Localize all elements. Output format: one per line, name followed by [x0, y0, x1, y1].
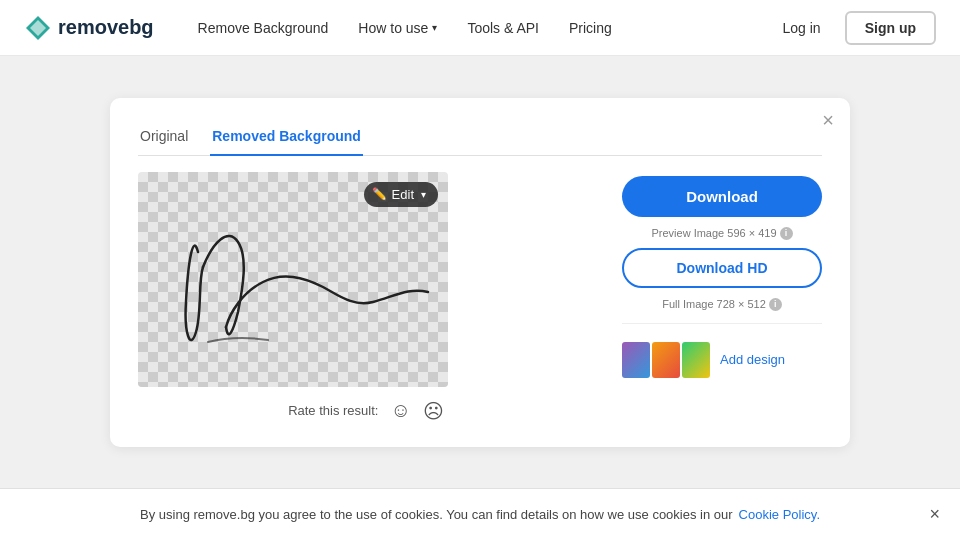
nav-link-how-to-use[interactable]: How to use ▾ [346, 12, 449, 44]
design-card-2 [652, 342, 680, 378]
sad-icon[interactable]: ☹ [423, 399, 444, 423]
preview-info: Preview Image 596 × 419 i [622, 227, 822, 240]
pencil-icon: ✏️ [372, 187, 387, 201]
tab-original[interactable]: Original [138, 122, 190, 156]
dropdown-arrow-icon: ▾ [421, 189, 426, 200]
rating-row: Rate this result: ☺ ☹ [138, 399, 594, 423]
rating-label: Rate this result: [288, 403, 378, 418]
edit-button[interactable]: ✏️ Edit ▾ [364, 182, 438, 207]
cookie-policy-link[interactable]: Cookie Policy. [739, 507, 820, 522]
download-hd-button[interactable]: Download HD [622, 248, 822, 288]
download-button[interactable]: Download [622, 176, 822, 217]
nav-links: Remove Background How to use ▾ Tools & A… [186, 12, 771, 44]
side-actions: Download Preview Image 596 × 419 i Downl… [622, 172, 822, 378]
preview-info-icon[interactable]: i [780, 227, 793, 240]
close-button[interactable]: × [822, 110, 834, 130]
nav-actions: Log in Sign up [771, 11, 936, 45]
navbar: removebg Remove Background How to use ▾ … [0, 0, 960, 56]
logo[interactable]: removebg [24, 14, 154, 42]
full-info: Full Image 728 × 512 i [622, 298, 822, 311]
logo-text: removebg [58, 16, 154, 39]
nav-link-pricing[interactable]: Pricing [557, 12, 624, 44]
nav-link-tools-api[interactable]: Tools & API [455, 12, 551, 44]
add-design-link[interactable]: Add design [720, 352, 785, 367]
cookie-bar: By using remove.bg you agree to the use … [0, 488, 960, 540]
design-card-thumbnails [622, 342, 710, 378]
card-body: ✏️ Edit ▾ Rate this result: ☺ ☹ Download… [138, 172, 822, 423]
image-container: ✏️ Edit ▾ [138, 172, 448, 387]
tabs: Original Removed Background [138, 122, 822, 156]
design-card-3 [682, 342, 710, 378]
chevron-down-icon: ▾ [432, 22, 437, 33]
result-card: × Original Removed Background [110, 98, 850, 447]
main-content: × Original Removed Background [0, 56, 960, 488]
logo-icon [24, 14, 52, 42]
full-info-icon[interactable]: i [769, 298, 782, 311]
divider [622, 323, 822, 324]
login-button[interactable]: Log in [771, 12, 833, 44]
signup-button[interactable]: Sign up [845, 11, 936, 45]
design-card-1 [622, 342, 650, 378]
tab-removed-background[interactable]: Removed Background [210, 122, 363, 156]
cookie-text: By using remove.bg you agree to the use … [140, 507, 733, 522]
cookie-close-button[interactable]: × [929, 504, 940, 525]
image-section: ✏️ Edit ▾ Rate this result: ☺ ☹ [138, 172, 594, 423]
nav-link-remove-background[interactable]: Remove Background [186, 12, 341, 44]
add-design-row: Add design [622, 342, 822, 378]
happy-icon[interactable]: ☺ [390, 399, 410, 422]
